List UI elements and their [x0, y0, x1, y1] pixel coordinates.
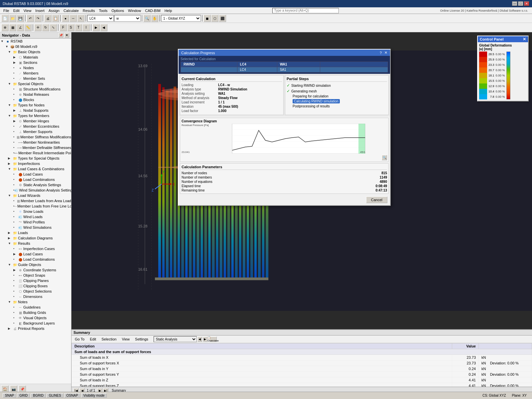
member-btn[interactable]: ─ [69, 15, 77, 22]
render-btn[interactable]: ◼ [203, 15, 211, 22]
menu-tools[interactable]: Tools [97, 8, 109, 13]
view3d-btn[interactable]: ⬛ [219, 15, 226, 22]
zoom-btn[interactable]: 🔍 [143, 15, 151, 22]
status-osnap[interactable]: OSNAP [64, 393, 80, 398]
viewport-3d[interactable]: 13.69 14.06 14.56 15.28 16.61 [71, 32, 532, 329]
tree-wind-sim-settings[interactable]: • 💨 Wind Simulation Analysis Settings [0, 188, 71, 193]
nav-pin-btn[interactable]: 📌 [59, 33, 63, 38]
open-btn[interactable]: 📁 [9, 15, 16, 22]
result-disp-btn[interactable]: ◀ [100, 24, 107, 31]
tree-member-result-pts[interactable]: • ⊷ Member Result Intermediate Points [0, 150, 71, 156]
tree-model[interactable]: ▼ 📦 08 Modell.rs9 [0, 44, 71, 49]
grid-btn[interactable]: ▦ [9, 24, 16, 31]
summary-view[interactable]: View [120, 337, 131, 341]
side-view-btn[interactable]: S [67, 24, 74, 31]
measure-btn[interactable]: 📏 [24, 24, 32, 31]
tree-clip-boxes[interactable]: • ⬜ Clipping Boxes [0, 283, 71, 289]
tree-load-wizards[interactable]: ▼ 📁 Load Wizards [0, 193, 71, 198]
tree-rstab[interactable]: ▼ ■ RSTAB [0, 39, 71, 44]
tree-bg-layers[interactable]: • ◧ Background Layers [0, 321, 71, 326]
tree-wind-simulations[interactable]: • 💨 Wind Simulations [0, 225, 71, 230]
tree-types-members[interactable]: ▼ 📁 Types for Members [0, 113, 71, 118]
tree-results-lc[interactable]: ▶ ⬤ Load Cases [0, 251, 71, 257]
node-btn[interactable]: ● [62, 15, 69, 22]
tree-coord-sys[interactable]: ▶ ⊕ Coordinate Systems [0, 267, 71, 273]
load-disp-btn[interactable]: ▶ [92, 24, 100, 31]
maximize-btn[interactable]: □ [518, 1, 523, 6]
print-btn[interactable]: 🖨 [44, 15, 52, 22]
tree-nodal-supports[interactable]: ▶ ⊥ Nodal Supports [0, 108, 71, 113]
top-view-btn[interactable]: T [75, 24, 82, 31]
tree-sections[interactable]: ▶ ▣ Sections [0, 60, 71, 65]
tree-imperf-cases[interactable]: • ⊷ Imperfection Cases [0, 246, 71, 251]
tree-visual-objects[interactable]: • 👁 Visual Objects [0, 315, 71, 321]
tree-clip-planes[interactable]: • ◫ Clipping Planes [0, 278, 71, 283]
tree-lc-combos[interactable]: ▼ 📁 Load Cases & Combinations [0, 166, 71, 172]
front-view-btn[interactable]: F [60, 24, 67, 31]
snap-btn[interactable]: ⊕ [1, 24, 9, 31]
menu-file[interactable]: File [1, 8, 11, 13]
tree-members[interactable]: • ⟋ Members [0, 70, 71, 76]
summary-selection[interactable]: Selection [100, 337, 118, 341]
summary-overview-btn[interactable]: 📋 Overview [209, 336, 217, 342]
tree-snow-loads[interactable]: • ❄ Snow Loads [0, 209, 71, 214]
status-glines[interactable]: GLINES [47, 393, 64, 398]
menu-help[interactable]: Help [163, 8, 174, 13]
conv-zoom-btn[interactable]: 🔍 [382, 155, 387, 160]
menu-window[interactable]: Window [126, 8, 143, 13]
rotate-btn[interactable]: ↻ [42, 24, 49, 31]
tree-special-objects[interactable]: ▼ 📁 Special Objects [0, 81, 71, 86]
w-combo[interactable]: w [114, 15, 141, 22]
summary-analysis-combo[interactable]: Static Analysis [154, 336, 197, 342]
status-visibility[interactable]: Visibility mode [81, 393, 107, 398]
tree-load-cases[interactable]: • ⬤ Load Cases [0, 172, 71, 177]
redo-btn[interactable]: ↷ [34, 15, 42, 22]
tree-basic-objects[interactable]: ▼ 📁 Basic Objects [0, 49, 71, 55]
undo-btn[interactable]: ↶ [27, 15, 34, 22]
status-grid[interactable]: GRID [17, 393, 30, 398]
select-btn[interactable]: ↖ [77, 15, 84, 22]
nav-close-btn[interactable]: ✕ [65, 33, 69, 38]
tree-static-settings[interactable]: • ⚙ Static Analysis Settings [0, 182, 71, 188]
tree-results[interactable]: ▼ 📁 Results [0, 241, 71, 246]
status-snap[interactable]: SNAP [3, 393, 16, 398]
tree-calc-diagrams[interactable]: ▶ 📁 Calculation Diagrams [0, 235, 71, 241]
menu-insert[interactable]: Insert [33, 8, 47, 13]
tree-guide-objects[interactable]: ▼ 📁 Guide Objects [0, 262, 71, 267]
menu-view[interactable]: View [22, 8, 34, 13]
tree-obj-selections[interactable]: • ⬡ Object Selections [0, 289, 71, 294]
tree-imperfections[interactable]: ▶ 📁 Imperfections [0, 161, 71, 166]
tree-member-stiff-mod[interactable]: • ▦ Member Stiffness Modifications [0, 134, 71, 140]
tree-notes[interactable]: ▼ 📁 Notes [0, 299, 71, 305]
minimize-btn[interactable]: — [512, 1, 517, 6]
angle-btn[interactable]: ∠ [17, 24, 24, 31]
tree-guidelines[interactable]: • ─ Guidelines [0, 305, 71, 310]
tree-object-snaps[interactable]: • ⊷ Object Snaps [0, 273, 71, 278]
tree-loads[interactable]: ▶ 📁 Loads [0, 230, 71, 235]
wire-btn[interactable]: ⬡ [211, 15, 218, 22]
summary-nav-prev-btn[interactable]: ◀ [198, 336, 202, 342]
tree-member-hinges[interactable]: ▶ ⊙ Member Hinges [0, 118, 71, 124]
menu-options[interactable]: Options [109, 8, 126, 13]
cancel-button[interactable]: Cancel [366, 197, 387, 203]
tree-member-sets[interactable]: • ⟋ Member Sets [0, 76, 71, 81]
tree-member-nonlin[interactable]: • ⟿ Member Nonlinearities [0, 140, 71, 145]
status-bgrid[interactable]: BGRID [31, 393, 46, 398]
tree-wind-profiles[interactable]: • 〜 Wind Profiles [0, 219, 71, 225]
tree-load-combos[interactable]: • ⬤ Load Combinations [0, 177, 71, 182]
control-panel-close-btn[interactable]: ✕ [523, 37, 526, 42]
summary-nav-next-btn[interactable]: ▶ [203, 336, 207, 342]
tree-wind-loads[interactable]: • 💨 Wind Loads [0, 214, 71, 219]
tree-dimensions[interactable]: • ↔ Dimensions [0, 294, 71, 299]
tree-nodes[interactable]: • ● Nodes [0, 65, 71, 70]
menu-results[interactable]: Results [81, 8, 97, 13]
xyz-combo[interactable]: 1 - Global XYZ [161, 15, 201, 22]
tree-printout[interactable]: ▶ 🖨 Printout Reports [0, 326, 71, 331]
summary-edit[interactable]: Edit [88, 337, 97, 341]
tree-free-line-load[interactable]: • ─ Member Loads from Free Line Load [0, 203, 71, 209]
copy-btn[interactable]: 📋 [52, 15, 59, 22]
tree-area-load[interactable]: • ▦ Member Loads from Area Load [0, 198, 71, 203]
scale-btn[interactable]: ⤡ [50, 24, 57, 31]
iso-view-btn[interactable]: I [82, 24, 90, 31]
tree-member-def-stiff[interactable]: • ⟿ Member Definable Stiffnesses [0, 145, 71, 150]
